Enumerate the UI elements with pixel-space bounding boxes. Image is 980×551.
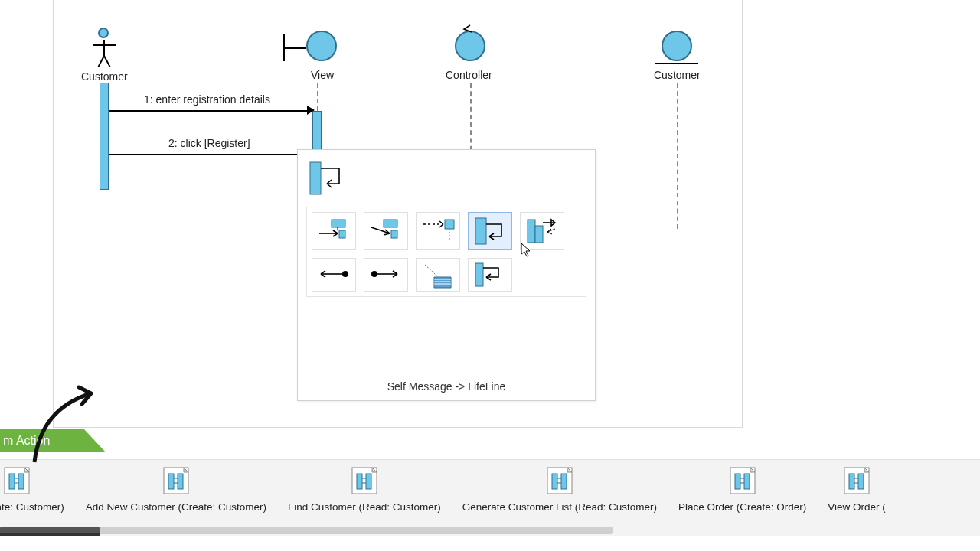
diagram-strip-inner: r (Create: Customer) Add New Customer (C… xyxy=(0,460,980,536)
resource-catalog-popup[interactable]: Self Message -> LifeLine xyxy=(297,149,596,401)
entity-baseline-icon xyxy=(655,63,698,64)
diagram-strip[interactable]: r (Create: Customer) Add New Customer (C… xyxy=(0,459,980,536)
entity-circle-icon xyxy=(662,31,692,61)
tool-note[interactable] xyxy=(416,258,460,292)
lifeline-dash-customer-entity xyxy=(677,83,678,229)
svg-rect-29 xyxy=(858,474,864,489)
svg-rect-11 xyxy=(475,263,483,286)
svg-point-10 xyxy=(371,271,377,277)
svg-point-9 xyxy=(342,271,348,277)
activation-customer[interactable] xyxy=(100,83,109,190)
diagram-item[interactable]: Place Order (Create: Order) xyxy=(668,460,817,513)
sequence-diagram-icon xyxy=(727,466,758,495)
sequence-diagram-icon xyxy=(841,466,872,495)
actor-body-icon xyxy=(103,40,105,57)
svg-rect-28 xyxy=(849,474,854,489)
svg-rect-13 xyxy=(9,474,15,489)
diagram-item[interactable]: Generate Customer List (Read: Customer) xyxy=(452,460,668,513)
svg-rect-14 xyxy=(18,474,24,489)
sequence-diagram-icon xyxy=(349,466,380,495)
control-arrow-icon xyxy=(461,24,476,35)
boundary-line-icon xyxy=(283,47,306,49)
svg-rect-23 xyxy=(561,474,567,489)
active-diagram-underline xyxy=(0,533,100,536)
curved-arrow-icon xyxy=(18,378,102,466)
svg-rect-20 xyxy=(366,474,371,489)
svg-rect-3 xyxy=(384,220,397,227)
tool-found-message[interactable] xyxy=(312,258,356,292)
svg-rect-16 xyxy=(168,474,174,489)
arrowhead-icon xyxy=(307,106,315,115)
actor-head-icon xyxy=(98,28,109,38)
svg-rect-26 xyxy=(744,474,750,489)
lifeline-label: Customer xyxy=(654,69,701,81)
lifeline-label: Controller xyxy=(446,69,492,81)
svg-rect-5 xyxy=(445,220,454,229)
svg-rect-8 xyxy=(535,226,543,243)
control-circle-icon xyxy=(455,31,485,61)
diagram-item-label: Find Customer (Read: Customer) xyxy=(288,501,441,513)
diagram-item[interactable]: View Order ( xyxy=(817,460,897,513)
diagram-item-label: r (Create: Customer) xyxy=(0,501,64,513)
message-label: 1: enter registration details xyxy=(144,93,270,106)
message-label: 2: click [Register] xyxy=(168,137,250,149)
popup-hint-text: Self Message -> LifeLine xyxy=(298,380,595,393)
popup-preview-icon xyxy=(309,161,345,198)
diagram-item-label: Add New Customer (Create: Customer) xyxy=(86,501,266,513)
tool-lost-message[interactable] xyxy=(364,258,408,292)
diagram-item[interactable]: Add New Customer (Create: Customer) xyxy=(75,460,277,513)
svg-rect-17 xyxy=(178,474,183,489)
diagram-item-label: Place Order (Create: Order) xyxy=(678,501,806,513)
lifeline-label: View xyxy=(311,69,334,81)
lifeline-dash-view xyxy=(317,83,318,111)
tool-create-message[interactable] xyxy=(416,212,460,250)
svg-rect-4 xyxy=(391,230,397,238)
lifeline-label: Customer xyxy=(81,70,128,83)
diagram-item[interactable]: r (Create: Customer) xyxy=(0,460,75,513)
sequence-diagram-icon xyxy=(161,466,191,495)
actor-arms-icon xyxy=(93,44,116,46)
message-shaft-icon xyxy=(109,110,307,112)
message-shaft-icon xyxy=(109,154,307,155)
svg-rect-22 xyxy=(552,474,557,489)
tool-message-async-call[interactable] xyxy=(364,212,408,250)
mouse-cursor-icon xyxy=(521,243,531,258)
svg-rect-6 xyxy=(475,218,486,244)
diagram-item-label: Generate Customer List (Read: Customer) xyxy=(462,501,657,513)
popup-tool-grid xyxy=(306,207,586,297)
svg-rect-0 xyxy=(310,162,321,194)
tool-self-message[interactable] xyxy=(468,212,512,250)
boundary-circle-icon xyxy=(306,31,337,61)
svg-rect-1 xyxy=(332,220,345,227)
diagram-item-label: View Order ( xyxy=(828,501,886,513)
tool-message-call[interactable] xyxy=(312,212,356,250)
tool-self-call-compact[interactable] xyxy=(468,258,512,292)
sequence-diagram-icon xyxy=(2,466,32,495)
actor-leg-right-icon xyxy=(103,56,110,67)
diagram-item[interactable]: Find Customer (Read: Customer) xyxy=(277,460,452,513)
svg-rect-25 xyxy=(735,474,740,489)
svg-rect-2 xyxy=(339,230,345,238)
svg-rect-7 xyxy=(528,220,535,243)
svg-rect-19 xyxy=(357,474,362,489)
sequence-diagram-icon xyxy=(544,466,575,495)
